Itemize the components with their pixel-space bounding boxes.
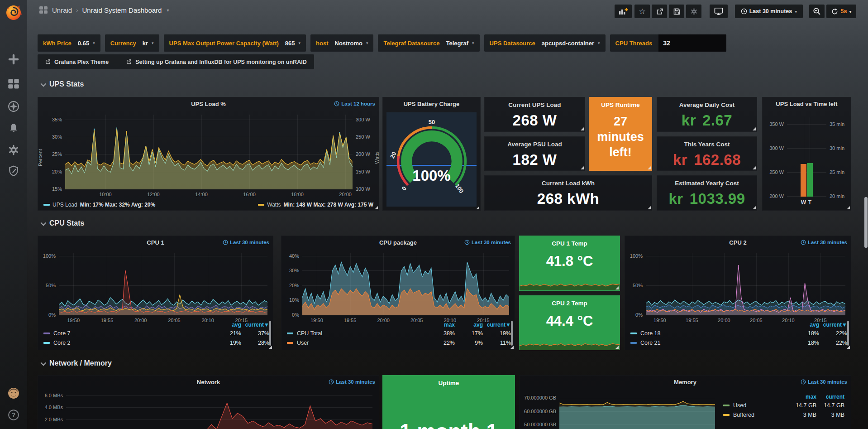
section-network-memory[interactable]: Network / Memory [41, 359, 112, 367]
panel-resize-handle[interactable] [510, 346, 514, 349]
panel-time-range-link[interactable]: Last 12 hours [334, 101, 375, 106]
panel-title[interactable]: UPS Load vs Time left [763, 101, 851, 107]
variable-value-dropdown[interactable]: apcupsd-container [542, 40, 594, 47]
user-avatar[interactable] [8, 387, 19, 399]
panel-resize-handle[interactable] [847, 346, 850, 349]
panel-resize-handle[interactable] [269, 346, 272, 349]
chart-plot[interactable]: 0%10%20%30%40%19:5019:5520:0020:0520:102… [302, 253, 509, 315]
dashboard-title-caret-icon[interactable]: ▾ [167, 8, 169, 13]
panel-title[interactable]: Average Daily Cost [657, 101, 757, 108]
chart-plot[interactable]: 200 W20 min250 W25 min300 W30 min350 W35… [787, 117, 826, 197]
panel-resize-handle[interactable] [615, 286, 619, 289]
legend-item[interactable]: Used14.7 GB14.7 GB [723, 400, 844, 410]
panel-resize-handle[interactable] [847, 206, 850, 209]
section-ups-stats[interactable]: UPS Stats [41, 80, 84, 88]
panel-title[interactable]: Uptime [383, 380, 515, 386]
legend-column-header[interactable]: current [816, 394, 844, 400]
panel-title[interactable]: UPS Battery Charge [383, 101, 480, 107]
chart-plot[interactable]: 2.0 MBs4.0 MBs6.0 MBs [66, 393, 372, 429]
panel-resize-handle[interactable] [615, 346, 619, 349]
server-admin-shield-icon[interactable] [8, 165, 19, 177]
panel-title[interactable]: UPS Load % [38, 101, 379, 107]
panel-time-range-link[interactable]: Last 30 minutes [464, 240, 511, 245]
panel-resize-handle[interactable] [753, 166, 756, 169]
variable-value-dropdown[interactable]: 0.65 [78, 40, 89, 47]
configuration-gear-icon[interactable] [8, 144, 19, 156]
legend-column-header[interactable]: avg [213, 322, 241, 328]
panel-time-range-link[interactable]: Last 30 minutes [223, 240, 269, 245]
variable-value-dropdown[interactable]: Telegraf [446, 40, 468, 47]
panel-resize-handle[interactable] [648, 166, 651, 169]
variable-value-dropdown[interactable]: kr [143, 40, 148, 47]
legend-item[interactable]: Core 219%28% [43, 338, 269, 347]
legend-column-header[interactable]: max [427, 322, 455, 328]
link-ups-monitoring-guide[interactable]: Setting up Grafana and InfluxDB for UPS … [126, 59, 306, 65]
chart-plot[interactable]: 50.000000 GB60.000000 GB70.000000 GB [559, 393, 715, 429]
grafana-logo-icon[interactable] [5, 4, 23, 21]
panel-title[interactable]: CPU 2 Temp [520, 300, 620, 307]
panel-resize-handle[interactable] [753, 127, 756, 130]
panel-resize-handle[interactable] [375, 206, 378, 209]
alerting-bell-icon[interactable] [8, 122, 19, 134]
panel-title[interactable]: CPU 1 Temp [520, 240, 620, 247]
panel-resize-handle[interactable] [476, 206, 479, 209]
legend-item[interactable]: Core 721%37% [43, 328, 269, 338]
legend-scrollbar-thumb[interactable] [847, 321, 849, 346]
panel-title[interactable]: Estimated Yearly Cost [657, 180, 757, 187]
chart-plot[interactable]: 0%50%100%19:5019:5520:0020:0520:1020:15 [646, 253, 845, 315]
legend-column-header[interactable]: avg [455, 322, 483, 328]
bar-T[interactable] [807, 163, 812, 197]
variable-value-dropdown[interactable]: 865 [285, 40, 295, 47]
cpu-threads-input[interactable] [658, 34, 726, 52]
bar-W[interactable] [801, 164, 806, 197]
save-dashboard-button[interactable] [669, 5, 684, 18]
panel-time-range-link[interactable]: Last 30 minutes [801, 240, 847, 245]
legend-scrollbar-thumb[interactable] [511, 321, 513, 346]
legend-column-header[interactable]: avg [791, 322, 819, 328]
panel-title[interactable]: UPS Runtime [589, 101, 652, 108]
legend-item[interactable]: Core 1818%22% [630, 328, 847, 338]
panel-resize-handle[interactable] [581, 166, 584, 169]
panel-title[interactable]: Current UPS Load [485, 101, 585, 108]
panel-title[interactable]: This Years Cost [657, 141, 757, 148]
legend-column-header[interactable]: current▼ [241, 322, 269, 328]
legend-item[interactable]: Buffered3 MB3 MB [723, 410, 844, 419]
legend-item[interactable]: Core 2118%22% [630, 338, 847, 347]
legend-scrollbar-thumb[interactable] [269, 321, 271, 346]
breadcrumb-dashboard-title[interactable]: Unraid System Dashboard [82, 6, 162, 14]
breadcrumb-folder[interactable]: Unraid [52, 6, 72, 14]
star-dashboard-button[interactable]: ☆ [634, 5, 650, 18]
panel-title[interactable]: Network [38, 379, 379, 386]
cycle-view-mode-button[interactable] [710, 5, 728, 18]
share-dashboard-button[interactable] [652, 5, 667, 18]
legend-item[interactable]: WattsMin: 148 W Max: 278 W Avg: 175 W [258, 202, 373, 208]
dashboards-icon[interactable] [8, 78, 19, 90]
explore-icon[interactable] [8, 101, 19, 112]
legend-item[interactable]: UPS LoadMin: 17% Max: 32% Avg: 20% [43, 202, 155, 208]
refresh-picker[interactable]: 5s ▾ [826, 5, 856, 18]
variable-value-dropdown[interactable]: Nostromo [335, 40, 362, 47]
panel-resize-handle[interactable] [581, 127, 584, 130]
dashboard-settings-button[interactable] [686, 5, 701, 18]
add-icon[interactable] [8, 53, 19, 65]
panel-time-range-link[interactable]: Last 30 minutes [329, 379, 375, 385]
link-grafana-plex-theme[interactable]: Grafana Plex Theme [45, 59, 109, 65]
add-panel-button[interactable] [615, 5, 632, 18]
panel-title[interactable]: Current Load kWh [485, 180, 652, 187]
time-range-picker[interactable]: Last 30 minutes ▾ [735, 5, 803, 18]
legend-column-header[interactable]: max [788, 394, 816, 400]
section-cpu-stats[interactable]: CPU Stats [41, 219, 84, 227]
chart-plot[interactable]: 15%20%25%30%35%100 W150 W200 W250 W300 W… [65, 115, 353, 189]
legend-item[interactable]: CPU Total38%17%19% [287, 328, 511, 338]
panel-title[interactable]: Average PSU Load [485, 141, 585, 148]
legend-column-header[interactable]: current▼ [819, 322, 847, 328]
zoom-out-time-button[interactable] [809, 5, 825, 18]
panel-resize-handle[interactable] [648, 206, 651, 209]
scrollbar-thumb[interactable] [864, 197, 868, 248]
panel-resize-handle[interactable] [753, 206, 756, 209]
legend-column-header[interactable]: current▼ [483, 322, 511, 328]
legend-item[interactable]: User22%9%11% [287, 338, 511, 347]
chart-plot[interactable]: 0%50%100%19:5019:5520:0020:0520:1020:15 [59, 253, 267, 315]
panel-time-range-link[interactable]: Last 30 minutes [801, 379, 847, 385]
help-icon[interactable]: ? [8, 409, 19, 421]
